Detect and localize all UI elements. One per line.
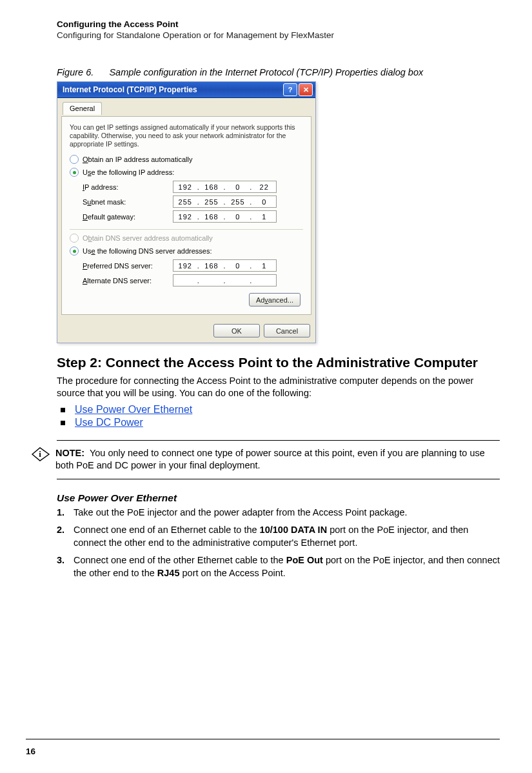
tab-general[interactable]: General [63, 102, 102, 115]
step-text: Take out the PoE injector and the power … [74, 507, 407, 517]
field-ip-address: IP address: 192. 168. 0. 22 [83, 181, 303, 193]
ip-octet: 22 [255, 183, 273, 191]
radio-use-dns[interactable]: Use the following DNS server addresses: [70, 246, 303, 256]
radio-label: Use the following DNS server addresses: [83, 247, 212, 255]
tcpip-dialog: Internet Protocol (TCP/IP) Properties ? … [57, 81, 316, 343]
ip-octet: 1 [255, 262, 273, 270]
radio-icon [70, 155, 79, 164]
field-alternate-dns: Alternate DNS server: . . . [83, 274, 303, 286]
ip-octet: 168 [202, 213, 221, 221]
note-text: NOTE: You only need to connect one type … [55, 447, 500, 472]
note-box: i NOTE: You only need to connect one typ… [57, 440, 500, 479]
radio-obtain-ip-auto[interactable]: Obtain an IP address automatically [70, 155, 303, 164]
step-text: Connect one end of the other Ethernet ca… [74, 555, 286, 565]
radio-label: Use the following IP address: [83, 168, 174, 176]
ip-octet [229, 277, 247, 285]
step-item: Connect one end of the other Ethernet ca… [57, 554, 500, 579]
radio-label: Obtain an IP address automatically [83, 156, 192, 163]
separator [70, 229, 303, 230]
step-item: Take out the PoE injector and the power … [57, 507, 500, 519]
ip-octet: 0 [229, 213, 247, 221]
radio-obtain-dns-auto: Obtain DNS server address automatically [70, 234, 303, 243]
ip-octet [202, 277, 221, 285]
close-icon: ✕ [303, 86, 309, 94]
pref-dns-input[interactable]: 192. 168. 0. 1 [173, 259, 277, 272]
ip-octet: 0 [229, 183, 247, 191]
page-header-title: Configuring the Access Point [57, 19, 500, 29]
label-ip: IP address: [83, 183, 173, 191]
dialog-description: You can get IP settings assigned automat… [70, 123, 303, 148]
advanced-row: Advanced... [70, 289, 303, 306]
step2-heading: Step 2: Connect the Access Point to the … [57, 355, 500, 370]
label-pref-dns: Preferred DNS server: [83, 262, 173, 270]
page-header-subtitle: Configuring for Standalone Operation or … [57, 30, 500, 40]
figure-caption-text: Sample configuration in the Internet Pro… [109, 67, 423, 77]
close-button[interactable]: ✕ [299, 83, 313, 96]
list-item: Use DC Power [57, 417, 500, 428]
bullet-list: Use Power Over Ethernet Use DC Power [57, 404, 500, 428]
step2-body: The procedure for connecting the Access … [57, 375, 500, 400]
radio-label: Obtain DNS server address automatically [83, 234, 213, 242]
ip-octet: 192 [176, 262, 194, 270]
page-number: 16 [26, 747, 35, 756]
mask-input[interactable]: 255. 255. 255. 0 [173, 196, 277, 208]
ip-octet [255, 277, 273, 285]
link-poe[interactable]: Use Power Over Ethernet [75, 404, 192, 415]
figure-label: Figure 6. [57, 67, 94, 77]
ip-octet: 255 [176, 198, 194, 206]
help-icon: ? [288, 86, 293, 94]
step-text-bold: RJ45 [157, 568, 180, 578]
steps-list: Take out the PoE injector and the power … [57, 507, 500, 580]
gateway-input[interactable]: 192. 168. 0. 1 [173, 210, 277, 223]
field-default-gateway: Default gateway: 192. 168. 0. 1 [83, 210, 303, 223]
ip-octet: 0 [255, 198, 273, 206]
step-text-bold: 10/100 DATA IN [260, 525, 328, 535]
ip-octet: 168 [202, 262, 221, 270]
advanced-button[interactable]: Advanced... [249, 293, 300, 306]
label-mask: Subnet mask: [83, 198, 173, 206]
radio-use-ip[interactable]: Use the following IP address: [70, 168, 303, 177]
footer-rule [26, 739, 500, 739]
step-text: Connect one end of an Ethernet cable to … [74, 525, 260, 535]
note-body: You only need to connect one type of pow… [55, 448, 485, 471]
step-text: port on the Access Point. [179, 568, 285, 578]
ip-octet: 168 [202, 183, 221, 191]
radio-icon-selected [70, 246, 79, 256]
step-text-bold: PoE Out [286, 555, 323, 565]
dialog-buttons: OK Cancel [57, 319, 315, 343]
tab-strip: General [57, 98, 315, 116]
radio-icon [70, 234, 79, 243]
ip-octet [176, 277, 194, 285]
ip-octet: 192 [176, 183, 194, 191]
field-subnet-mask: Subnet mask: 255. 255. 255. 0 [83, 196, 303, 208]
ip-octet: 0 [229, 262, 247, 270]
poe-heading: Use Power Over Ethernet [57, 492, 500, 504]
label-alt-dns: Alternate DNS server: [83, 277, 173, 285]
ip-octet: 255 [229, 198, 247, 206]
dialog-titlebar: Internet Protocol (TCP/IP) Properties ? … [57, 82, 315, 98]
link-dc[interactable]: Use DC Power [75, 417, 143, 428]
tab-panel-general: You can get IP settings assigned automat… [61, 116, 311, 315]
field-preferred-dns: Preferred DNS server: 192. 168. 0. 1 [83, 259, 303, 272]
ip-octet: 1 [255, 213, 273, 221]
note-label: NOTE: [55, 448, 84, 458]
info-icon: i [31, 447, 49, 461]
alt-dns-input[interactable]: . . . [173, 274, 277, 286]
ip-input[interactable]: 192. 168. 0. 22 [173, 181, 277, 193]
ip-octet: 255 [202, 198, 221, 206]
svg-text:i: i [39, 449, 41, 459]
dialog-title: Internet Protocol (TCP/IP) Properties [63, 85, 197, 94]
cancel-button[interactable]: Cancel [264, 324, 310, 337]
step-item: Connect one end of an Ethernet cable to … [57, 524, 500, 549]
help-button[interactable]: ? [283, 83, 297, 96]
list-item: Use Power Over Ethernet [57, 404, 500, 416]
radio-icon-selected [70, 168, 79, 177]
figure-caption: Figure 6. Sample configuration in the In… [57, 67, 500, 77]
label-gateway: Default gateway: [83, 213, 173, 221]
ip-octet: 192 [176, 213, 194, 221]
ok-button[interactable]: OK [213, 324, 260, 337]
